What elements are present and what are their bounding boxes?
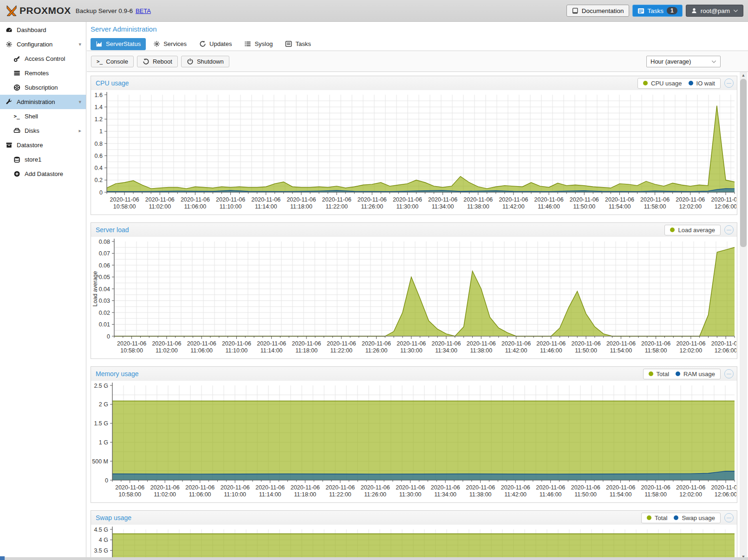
tasks-button[interactable]: Tasks 1: [632, 5, 683, 17]
panel-title: Swap usage: [96, 514, 131, 521]
svg-text:0.08: 0.08: [99, 239, 110, 245]
legend-item[interactable]: IO wait: [689, 80, 715, 87]
svg-text:12:06:00: 12:06:00: [715, 203, 736, 210]
legend-label: Total: [655, 514, 667, 521]
svg-text:2 G: 2 G: [99, 401, 108, 408]
sidebar-item-subscription[interactable]: Subscription: [0, 80, 86, 95]
sidebar-item-label: Administration: [17, 98, 55, 105]
user-icon: [691, 7, 697, 14]
scroll-up-arrow[interactable]: ▲: [740, 72, 747, 78]
sidebar-item-configuration[interactable]: Configuration ▾: [0, 37, 86, 52]
tab-label: Tasks: [295, 40, 311, 47]
main-content: Server Administration ServerStatus Servi…: [87, 22, 748, 560]
collapse-panel-icon[interactable]: [724, 369, 734, 378]
svg-text:0.04: 0.04: [99, 286, 110, 293]
beta-link[interactable]: BETA: [136, 7, 151, 14]
tab-tasks[interactable]: Tasks: [280, 38, 316, 50]
brand-name: PROXMOX: [20, 5, 71, 16]
svg-text:0: 0: [99, 189, 103, 196]
legend-item[interactable]: Swap usage: [674, 514, 715, 521]
page-title: Server Administration: [91, 25, 157, 33]
caret-down-icon: ▾: [78, 41, 81, 47]
svg-text:2020-11-06: 2020-11-06: [222, 340, 251, 347]
shutdown-button[interactable]: Shutdown: [181, 56, 229, 67]
sidebar-item-datastore[interactable]: Datastore: [0, 138, 86, 152]
proxmox-logo: PROXMOX: [5, 4, 71, 18]
sidebar-item-remotes[interactable]: Remotes: [0, 66, 86, 80]
svg-text:2020-11-06: 2020-11-06: [110, 196, 139, 203]
documentation-button[interactable]: Documentation: [566, 5, 629, 17]
charts-scroll-area[interactable]: CPU usage CPU usageIO wait 00.20.40.60.8…: [87, 72, 748, 560]
scrollbar-thumb[interactable]: [740, 79, 747, 247]
svg-text:0.03: 0.03: [99, 298, 110, 304]
user-label: root@pam: [701, 7, 730, 14]
tab-updates[interactable]: Updates: [194, 38, 237, 50]
svg-text:11:22:00: 11:22:00: [329, 491, 351, 498]
legend-item[interactable]: RAM usage: [676, 371, 715, 378]
sidebar-item-access-control[interactable]: Access Control: [0, 52, 86, 66]
svg-text:2020-11-06: 2020-11-06: [711, 484, 736, 491]
svg-text:2020-11-06: 2020-11-06: [187, 340, 216, 347]
legend-item[interactable]: Load average: [670, 227, 715, 234]
proxmox-x-icon: [5, 4, 19, 18]
panel-title: Server load: [96, 226, 129, 234]
legend-item[interactable]: Total: [647, 514, 667, 521]
sidebar-item-shell[interactable]: >_ Shell: [0, 109, 86, 124]
reboot-button[interactable]: Reboot: [137, 56, 178, 67]
legend-label: CPU usage: [651, 80, 682, 87]
svg-text:2020-11-06: 2020-11-06: [292, 340, 321, 347]
console-button[interactable]: >_ Console: [91, 56, 134, 67]
collapse-panel-icon[interactable]: [724, 513, 734, 522]
svg-text:11:58:00: 11:58:00: [644, 491, 667, 498]
memory-usage-chart: 0500 M1 G1.5 G2 G2.5 G2020-11-0610:58:00…: [91, 381, 736, 502]
book-icon: [572, 7, 579, 14]
chevron-down-icon: [711, 60, 716, 64]
sidebar-item-disks[interactable]: Disks ▸: [0, 124, 86, 138]
sidebar-item-add-datastore[interactable]: Add Datastore: [0, 167, 86, 181]
svg-text:11:34:00: 11:34:00: [432, 203, 454, 210]
sidebar-item-label: Remotes: [25, 70, 49, 77]
panel-header: Swap usage TotalSwap usage: [91, 511, 737, 525]
panel-header: CPU usage CPU usageIO wait: [91, 76, 737, 90]
svg-text:11:14:00: 11:14:00: [260, 347, 283, 354]
collapse-panel-icon[interactable]: [724, 78, 734, 88]
vertical-scrollbar[interactable]: ▲ ▼: [740, 72, 747, 560]
sidebar-item-administration[interactable]: Administration ▾: [0, 95, 86, 109]
svg-text:11:46:00: 11:46:00: [540, 491, 562, 498]
svg-text:2020-11-06: 2020-11-06: [396, 484, 425, 491]
svg-text:2020-11-06: 2020-11-06: [606, 484, 635, 491]
legend-dot: [670, 228, 675, 232]
swap-usage-chart: 0500 M1 G1.5 G2 G2.5 G3 G3.5 G4 G4.5 G20…: [91, 525, 736, 560]
svg-text:11:42:00: 11:42:00: [505, 347, 527, 354]
tab-strip: ServerStatus Services Updates Syslog Tas…: [87, 37, 748, 51]
svg-text:0.6: 0.6: [95, 153, 103, 159]
svg-text:0: 0: [107, 333, 110, 340]
legend-dot: [649, 371, 653, 376]
tab-label: Syslog: [254, 40, 273, 47]
terminal-icon: >_: [13, 113, 20, 119]
svg-text:0.05: 0.05: [99, 274, 110, 280]
panel-title: Memory usage: [96, 370, 139, 378]
tab-services[interactable]: Services: [148, 38, 192, 50]
memory-usage-panel: Memory usage TotalRAM usage 0500 M1 G1.5…: [91, 366, 737, 503]
sidebar-item-dashboard[interactable]: Dashboard: [0, 23, 86, 37]
life-ring-icon: [13, 84, 20, 91]
tab-label: Updates: [209, 40, 232, 47]
svg-text:2020-11-06: 2020-11-06: [641, 340, 670, 347]
tab-syslog[interactable]: Syslog: [239, 38, 278, 50]
svg-text:2020-11-06: 2020-11-06: [152, 340, 181, 347]
svg-text:2020-11-06: 2020-11-06: [257, 340, 286, 347]
svg-text:11:26:00: 11:26:00: [365, 347, 388, 354]
area-chart-icon: [96, 40, 103, 47]
tab-label: Services: [163, 40, 187, 47]
collapse-panel-icon[interactable]: [724, 225, 734, 234]
user-menu-button[interactable]: root@pam: [686, 5, 743, 17]
svg-text:1.5 G: 1.5 G: [94, 420, 108, 427]
sidebar-item-store1[interactable]: store1: [0, 152, 86, 167]
tab-serverstatus[interactable]: ServerStatus: [91, 38, 146, 50]
legend-item[interactable]: Total: [649, 371, 669, 378]
hard-disk-icon: [13, 127, 20, 134]
timeframe-select[interactable]: Hour (average): [646, 56, 721, 67]
legend-item[interactable]: CPU usage: [643, 80, 682, 87]
svg-text:2020-11-06: 2020-11-06: [221, 484, 250, 491]
